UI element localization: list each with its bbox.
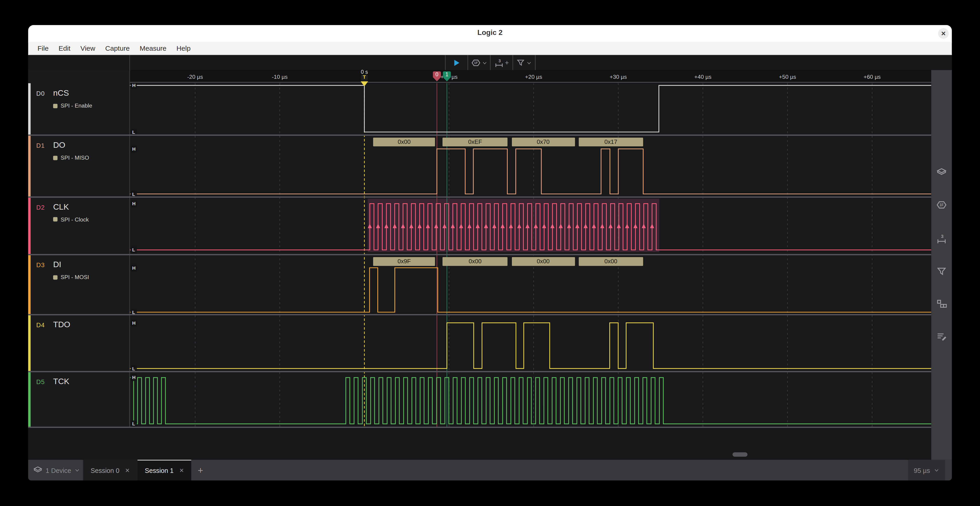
time-tick-label: -20 µs — [187, 74, 203, 80]
channel-id: D5 — [36, 378, 45, 385]
trace-d5-tck[interactable] — [129, 377, 931, 424]
timing-marker-flag-0[interactable]: 0 — [433, 71, 441, 81]
session-tabs: Session 0✕Session 1✕+ — [83, 460, 209, 480]
title-bar[interactable]: Logic 2 ✕ — [28, 25, 952, 43]
analyzer-color-icon — [53, 275, 57, 279]
measurement-icon: 3 — [936, 233, 947, 244]
channel-separator — [28, 370, 931, 372]
analyzer-tag[interactable]: SPI - MISO — [53, 155, 89, 161]
channel-separator — [28, 134, 931, 136]
menu-file[interactable]: File — [32, 45, 53, 52]
start-capture-button[interactable] — [445, 55, 468, 70]
analyzers-button[interactable]: 1F — [936, 200, 947, 210]
chevron-down-icon — [526, 60, 532, 65]
channel-label-d5[interactable]: D5TCK — [28, 371, 129, 427]
filter-funnel-icon — [516, 58, 525, 67]
close-window-button[interactable]: ✕ — [938, 28, 949, 39]
channel-color-bar — [28, 314, 30, 371]
waveform-area[interactable] — [129, 70, 931, 427]
notes-pencil-icon — [936, 331, 947, 342]
device-layers-icon — [936, 167, 947, 178]
close-session-icon[interactable]: ✕ — [179, 468, 184, 474]
channel-label-d3[interactable]: D3DISPI - MOSI — [28, 255, 129, 314]
channel-separator — [28, 196, 931, 197]
extensions-button[interactable] — [936, 298, 947, 309]
analyzer-tag-label: SPI - MISO — [61, 155, 89, 161]
channel-label-d0[interactable]: D0nCSSPI - Enable — [28, 83, 129, 135]
session-tab-session-0[interactable]: Session 0✕ — [83, 460, 137, 480]
menu-view[interactable]: View — [75, 45, 100, 52]
session-tab-session-1[interactable]: Session 1✕ — [137, 460, 191, 480]
menu-measure[interactable]: Measure — [135, 45, 171, 52]
channel-name: CLK — [53, 202, 69, 211]
trigger-marker-icon — [361, 81, 368, 86]
channel-separator — [28, 427, 931, 428]
channel-color-bar — [28, 135, 30, 197]
trace-d4-tdo[interactable] — [129, 323, 931, 369]
time-tick-label: -10 µs — [272, 74, 288, 80]
channel-color-bar — [28, 371, 30, 427]
right-sidebar: 1F 3 — [931, 70, 952, 460]
logic2-window: Logic 2 ✕ FileEditViewCaptureMeasureHelp… — [28, 25, 952, 480]
devices-button[interactable] — [936, 167, 947, 178]
measurements-button[interactable]: 3 — [936, 233, 947, 244]
channel-label-d1[interactable]: D1DOSPI - MISO — [28, 135, 129, 197]
hex-radix-icon: 1F — [471, 58, 480, 67]
chevron-down-icon — [934, 468, 939, 473]
menu-bar: FileEditViewCaptureMeasureHelp — [28, 42, 952, 55]
svg-text:1F: 1F — [474, 61, 478, 64]
channel-separator — [28, 254, 931, 255]
toolbar-separator — [535, 55, 536, 70]
extensions-blocks-icon — [936, 298, 947, 309]
trace-d3-di[interactable] — [129, 268, 931, 312]
trace-d1-do[interactable] — [129, 149, 931, 194]
channel-id: D1 — [36, 142, 45, 149]
analyzer-tag-label: SPI - Enable — [61, 102, 92, 109]
device-selector[interactable]: 1 Device — [33, 460, 80, 480]
channel-label-d4[interactable]: D4TDO — [28, 314, 129, 371]
channel-name: TCK — [53, 376, 69, 386]
channel-color-bar — [28, 197, 30, 255]
channel-separator — [28, 314, 931, 315]
zoom-level-control[interactable]: 95 µs — [908, 460, 945, 480]
session-tab-label: Session 1 — [145, 467, 173, 474]
trace-d0-ncs[interactable] — [129, 85, 931, 132]
channel-id: D3 — [36, 262, 45, 268]
menu-capture[interactable]: Capture — [100, 45, 135, 52]
channel-id: D4 — [36, 321, 45, 328]
analyzer-tag[interactable]: SPI - Clock — [53, 216, 89, 222]
filter-funnel-icon — [936, 266, 947, 276]
new-session-button[interactable]: + — [191, 460, 209, 480]
filter-button[interactable] — [513, 55, 535, 70]
menu-help[interactable]: Help — [172, 45, 196, 52]
analyzer-tag[interactable]: SPI - MOSI — [53, 274, 89, 280]
channel-name: nCS — [53, 88, 69, 97]
play-icon — [453, 59, 461, 67]
analyzer-color-icon — [53, 217, 57, 222]
waveform-canvas[interactable] — [129, 70, 931, 427]
horizontal-scrollbar[interactable] — [732, 452, 748, 457]
analyzer-tag[interactable]: SPI - Enable — [53, 102, 92, 109]
chevron-down-icon — [482, 60, 487, 65]
empty-strip — [28, 427, 931, 460]
time-tick-label: +40 µs — [694, 74, 711, 80]
channel-label-d2[interactable]: D2CLKSPI - Clock — [28, 197, 129, 255]
time-tick-label: +20 µs — [525, 74, 542, 80]
analyzer-tag-label: SPI - MOSI — [61, 274, 89, 280]
svg-text:1F: 1F — [939, 203, 944, 207]
trigger-badge: T — [361, 75, 368, 81]
add-measurement-label: + — [505, 59, 509, 65]
timing-markers-button[interactable]: 3 + — [491, 55, 512, 70]
session-tab-label: Session 0 — [91, 466, 119, 474]
display-radix-button[interactable]: 1F — [468, 55, 490, 70]
triggers-button[interactable] — [936, 266, 947, 276]
channel-name: TDO — [53, 320, 70, 329]
channel-color-bar — [28, 83, 30, 135]
annotations-button[interactable] — [936, 331, 947, 342]
measurement-icon: 3 — [494, 58, 504, 67]
channel-id: D0 — [36, 90, 45, 97]
time-axis[interactable]: -20 µs-10 µs+10 µs+20 µs+30 µs+40 µs+50 … — [129, 70, 931, 82]
window-title: Logic 2 — [28, 29, 952, 36]
menu-edit[interactable]: Edit — [54, 45, 75, 52]
close-session-icon[interactable]: ✕ — [125, 467, 130, 473]
